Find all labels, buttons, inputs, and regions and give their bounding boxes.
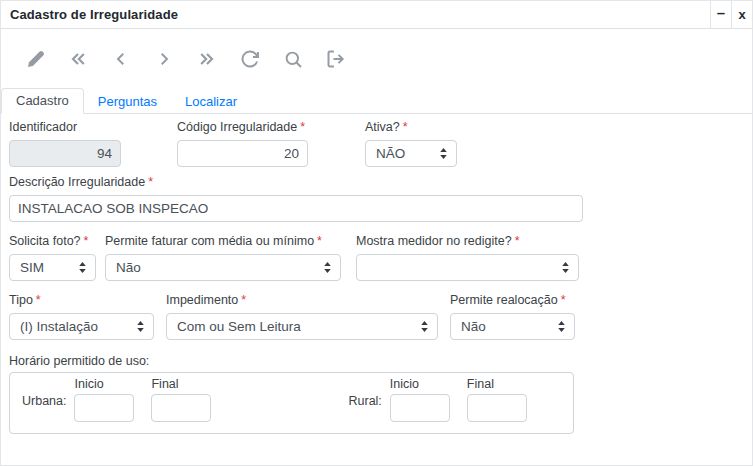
rural-inicio-label: Inicio [390,377,450,391]
tab-bar: Cadastro Perguntas Localizar [1,89,752,114]
impedimento-label: Impedimento* [166,293,438,307]
permite-faturar-select[interactable]: Não [105,254,341,281]
urbana-final-field[interactable] [151,394,211,422]
urbana-inicio-field[interactable] [74,394,134,422]
solicita-foto-select[interactable]: SIM [9,254,96,281]
tab-localizar[interactable]: Localizar [171,90,251,114]
minimize-button[interactable]: – [710,1,731,28]
chevrons-left-icon [68,49,88,69]
codigo-label: Código Irregularidade* [177,120,308,134]
edit-button[interactable] [23,47,47,71]
tab-cadastro[interactable]: Cadastro [1,88,84,114]
select-caret-icon [78,261,87,274]
identificador-label: Identificador [9,120,121,134]
refresh-icon [240,49,260,69]
first-record-button[interactable] [66,47,90,71]
chevrons-right-icon [197,49,217,69]
urbana-inicio-label: Inicio [74,377,134,391]
next-record-button[interactable] [152,47,176,71]
horario-fieldset: Urbana: Inicio Final Rural: Inicio Final [9,372,574,434]
select-caret-icon [323,261,332,274]
permite-realocacao-label: Permite realocação* [450,293,575,307]
window-titlebar: Cadastro de Irregularidade – x [1,1,752,29]
required-asterisk: * [515,234,520,248]
rural-final-field[interactable] [467,394,527,422]
close-icon: x [738,7,745,22]
select-caret-icon [136,320,145,333]
sign-out-icon [326,49,346,69]
mostra-medidor-label: Mostra medidor no redigite?* [356,234,579,248]
required-asterisk: * [403,120,408,134]
chevron-left-icon [112,50,130,68]
form-row-4: Tipo* (I) Instalação Impedimento* Com ou… [9,293,744,340]
urbana-label: Urbana: [22,394,66,408]
permite-faturar-label: Permite faturar com média ou mínimo* [105,234,341,248]
urbana-final-label: Final [151,377,211,391]
search-icon [284,50,303,69]
rural-inicio-field[interactable] [390,394,450,422]
required-asterisk: * [241,293,246,307]
select-caret-icon [561,261,570,274]
required-asterisk: * [561,293,566,307]
tipo-select[interactable]: (I) Instalação [9,313,154,340]
close-button[interactable]: x [731,1,752,28]
mostra-medidor-select[interactable] [356,254,579,281]
form-row-3: Solicita foto?* SIM Permite faturar com … [9,234,744,281]
tipo-label: Tipo* [9,293,154,307]
select-caret-icon [557,320,566,333]
required-asterisk: * [317,234,322,248]
minimize-icon: – [717,4,725,21]
impedimento-select[interactable]: Com ou Sem Leitura [166,313,438,340]
window-title: Cadastro de Irregularidade [1,1,710,28]
descricao-field[interactable] [9,195,583,222]
identificador-field [9,140,121,167]
horario-label: Horário permitido de uso: [9,354,744,368]
horario-rural-group: Rural: Inicio Final [348,377,543,422]
pencil-icon [26,50,45,69]
ativa-label: Ativa?* [365,120,457,134]
rural-label: Rural: [348,394,381,408]
required-asterisk: * [148,175,153,189]
ativa-select[interactable]: NÃO [365,140,457,167]
required-asterisk: * [84,234,89,248]
descricao-label: Descrição Irregularidade* [9,175,583,189]
rural-final-label: Final [467,377,527,391]
required-asterisk: * [300,120,305,134]
horario-urbana-group: Urbana: Inicio Final [22,377,228,422]
permite-realocacao-select[interactable]: Não [450,313,575,340]
search-button[interactable] [281,47,305,71]
select-caret-icon [420,320,429,333]
cadastro-form: Identificador Código Irregularidade* Ati… [1,114,752,434]
exit-button[interactable] [324,47,348,71]
previous-record-button[interactable] [109,47,133,71]
form-row-1: Identificador Código Irregularidade* Ati… [9,120,744,167]
last-record-button[interactable] [195,47,219,71]
solicita-foto-label: Solicita foto?* [9,234,96,248]
refresh-button[interactable] [238,47,262,71]
toolbar [1,29,752,89]
codigo-field[interactable] [177,140,308,167]
tab-perguntas[interactable]: Perguntas [84,90,171,114]
chevron-right-icon [155,50,173,68]
select-caret-icon [439,147,448,160]
form-row-2: Descrição Irregularidade* [9,175,583,222]
required-asterisk: * [36,293,41,307]
